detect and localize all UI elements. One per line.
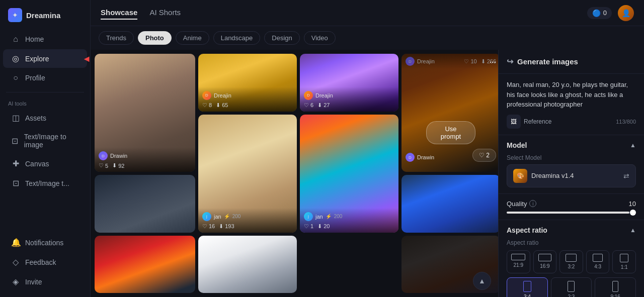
filter-video[interactable]: Video [304, 31, 336, 45]
profile-icon: ○ [11, 73, 20, 82]
user-avatar[interactable]: 👤 [618, 5, 634, 21]
gallery-item-guitar[interactable]: D Dreajin ♡10 ⬇266 ··· D Drawin [401, 54, 498, 172]
panel-title: Generate images [517, 57, 578, 66]
aspect-btn-3-2[interactable]: 3:2 [559, 250, 583, 273]
canvas-icon: ✚ [11, 159, 20, 168]
select-model-label: Select Model [507, 154, 636, 161]
aspect-section: Aspect ratio ▲ Aspect ratio 21:9 16:9 [499, 220, 644, 298]
user-avatar-small: D [99, 151, 108, 160]
sidebar-item-notifications[interactable]: 🔔 Notifications [3, 233, 87, 252]
filter-bar: Trends Photo Anime Landscape Design Vide… [91, 26, 644, 50]
side-panel: ↪ Generate images Man, real man, 20 y.o,… [498, 50, 644, 297]
sidebar-item-assets[interactable]: ◫ Assets [3, 109, 87, 127]
user-avatar-small: D [304, 91, 313, 100]
sidebar-item-home[interactable]: ⌂ Home [3, 30, 87, 48]
sidebar-item-label: Feedback [25, 258, 56, 266]
aspect-title: Aspect ratio [507, 226, 547, 234]
sidebar-item-profile[interactable]: ○ Profile [3, 69, 87, 87]
gallery-item-3[interactable]: D Dreajin ♡6 ⬇27 [300, 54, 398, 112]
tab-ai-shorts[interactable]: AI Shorts [149, 6, 181, 20]
user-avatar-small: D [202, 91, 211, 100]
sidebar-item-label: Assets [25, 114, 46, 122]
like-button[interactable]: ♡ 2 [472, 149, 496, 162]
filter-photo[interactable]: Photo [138, 31, 172, 45]
aspect-shape [511, 254, 525, 260]
text-image-icon: ⊡ [11, 136, 19, 146]
aspect-btn-9-16[interactable]: 9:16 [595, 277, 636, 298]
gallery-item-1[interactable]: D Drawin ♡5 ⬇92 [95, 54, 195, 172]
sidebar-item-label: Canvas [25, 160, 49, 168]
sidebar-item-text-image[interactable]: ⊡ Text/Image to image [3, 128, 87, 153]
panel-header: ↪ Generate images [499, 50, 644, 74]
aspect-btn-21-9[interactable]: 21:9 [507, 250, 530, 273]
red-arrow-explore: ◄ [82, 53, 91, 64]
gallery-item-7[interactable] [401, 175, 498, 233]
logo[interactable]: ✦ Dreamina [0, 6, 90, 30]
reference-icon-box: 🖼 [507, 115, 521, 129]
filter-landscape[interactable]: Landscape [213, 31, 261, 45]
aspect-btn-16-9[interactable]: 16:9 [533, 250, 557, 273]
gallery-item-6[interactable] [95, 175, 195, 233]
aspect-btn-1-1[interactable]: 1:1 [612, 250, 636, 273]
quality-slider-thumb[interactable] [630, 210, 636, 216]
char-count: 113/800 [616, 119, 636, 125]
text-image2-icon: ⊡ [11, 178, 20, 188]
aspect-chevron[interactable]: ▲ [630, 227, 636, 234]
gallery-item-9[interactable] [198, 236, 297, 293]
sidebar-item-canvas[interactable]: ✚ Canvas [3, 154, 87, 173]
username: jan [214, 214, 221, 220]
aspect-btn-2-3[interactable]: 2:3 [551, 277, 592, 298]
quality-label: Quality [507, 200, 527, 208]
aspect-shape [612, 281, 618, 292]
reference-label: Reference [524, 118, 551, 125]
model-chevron[interactable]: ▲ [630, 142, 636, 149]
gallery-item-2[interactable]: D Dreajin ♡8 ⬇65 [198, 54, 297, 112]
top-nav: Showcase AI Shorts 🔵 0 👤 [91, 0, 644, 26]
filter-trends[interactable]: Trends [99, 31, 134, 45]
sidebar-item-invite[interactable]: ◈ Invite [3, 272, 87, 291]
aspect-section-header: Aspect ratio ▲ [507, 226, 636, 234]
sidebar-item-label: Text/Image to image [24, 133, 79, 149]
model-avatar: 🎨 [513, 169, 527, 183]
aspect-shape [523, 281, 531, 292]
username: Dreajin [214, 92, 231, 98]
notifications-icon: 🔔 [11, 238, 20, 247]
more-options-btn[interactable]: ··· [490, 58, 496, 67]
model-select-dropdown[interactable]: 🎨 Dreamina v1.4 ⇄ [507, 164, 636, 187]
tools-nav: ◫ Assets ⊡ Text/Image to image ✚ Canvas … [0, 109, 90, 192]
gallery-item-4[interactable]: j jan ⚡ 200 ♡16 ⬇193 [198, 115, 297, 233]
model-swap-icon: ⇄ [623, 172, 629, 180]
tab-showcase[interactable]: Showcase [101, 6, 137, 20]
filter-design[interactable]: Design [264, 31, 299, 45]
assets-icon: ◫ [11, 113, 20, 123]
bottom-nav: 🔔 Notifications ◇ Feedback ◈ Invite [0, 233, 90, 291]
gallery-item-8[interactable] [95, 236, 195, 293]
sidebar-item-explore[interactable]: ◎ Explore ◄ [3, 49, 87, 68]
coins-value: 0 [603, 9, 607, 17]
username: jan [315, 214, 323, 220]
aspect-grid-row2: 3:4 2:3 9:16 [507, 277, 636, 298]
quality-slider-track[interactable] [507, 212, 636, 214]
scroll-up-button[interactable]: ▲ [473, 272, 491, 290]
sidebar: ✦ Dreamina ⌂ Home ◎ Explore ◄ ○ Profile … [0, 0, 91, 297]
prompt-text[interactable]: Man, real man, 20 y.o, he plays the guit… [507, 80, 636, 110]
gallery-item-5[interactable]: j jan ⚡ 200 ♡1 ⬇20 [300, 115, 398, 233]
aspect-btn-4-3[interactable]: 4:3 [586, 250, 610, 273]
sidebar-item-label: Profile [25, 74, 45, 82]
quality-info-icon[interactable]: i [529, 200, 536, 207]
logo-text: Dreamina [26, 11, 60, 20]
sidebar-item-label: Invite [25, 278, 42, 286]
sidebar-item-label: Notifications [25, 239, 63, 247]
aspect-shape [593, 254, 603, 262]
sidebar-nav: ⌂ Home ◎ Explore ◄ ○ Profile [0, 30, 90, 87]
quality-slider-fill [507, 212, 629, 214]
sidebar-item-feedback[interactable]: ◇ Feedback [3, 253, 87, 271]
username: Dreajin [315, 92, 333, 98]
generate-icon: ↪ [507, 57, 513, 66]
aspect-btn-3-4[interactable]: 3:4 [507, 277, 548, 298]
user-avatar-small: j [304, 212, 313, 221]
use-prompt-button[interactable]: Use prompt [426, 121, 475, 144]
aspect-shape [566, 254, 577, 262]
filter-anime[interactable]: Anime [176, 31, 209, 45]
sidebar-item-text-image2[interactable]: ⊡ Text/Image t... [3, 174, 87, 192]
